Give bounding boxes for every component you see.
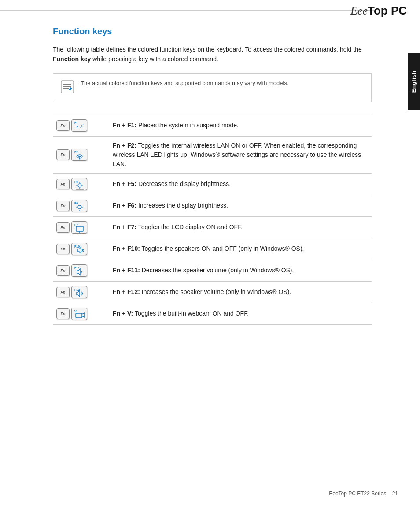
key-group: FnF5 — [56, 178, 102, 190]
key-description: Increases the display brightness. [136, 202, 228, 209]
svg-rect-0 [61, 81, 74, 93]
table-row: FnF10 Fn + F10: Toggles the speakers ON … [53, 238, 372, 260]
table-row: FnV Fn + V: Toggles the built-in webcam … [53, 303, 372, 324]
key-shortcut-label: Fn + F10: [113, 245, 140, 252]
intro-paragraph: The following table defines the colored … [53, 45, 372, 64]
intro-text-part2: while pressing a key with a colored comm… [91, 56, 218, 63]
key-cell: FnF1z𝉀 z z [53, 115, 106, 136]
key-group: FnF12 [56, 286, 102, 298]
description-cell: Fn + F2: Toggles the internal wireless L… [106, 136, 372, 173]
svg-text:z: z [83, 123, 84, 126]
table-row: FnF2 Fn + F2: Toggles the internal wirel… [53, 136, 372, 173]
note-box: The actual colored function keys and sup… [53, 73, 372, 102]
description-cell: Fn + V: Toggles the built-in webcam ON a… [106, 303, 372, 324]
table-row: FnF6 Fn + F6: Increases the display brig… [53, 195, 372, 216]
key-icon-svg [72, 243, 87, 255]
key-description: Increases the speaker volume (only in Wi… [140, 288, 291, 295]
fx-key: F2 [71, 149, 87, 161]
language-label: English [411, 71, 417, 93]
svg-text:—: — [77, 189, 80, 190]
key-description: Decreases the display brightness. [136, 180, 231, 187]
fn-key: Fn [56, 179, 70, 189]
key-icon-svg [72, 286, 87, 298]
fx-key: F11 [71, 264, 87, 277]
key-group: FnV [56, 308, 102, 320]
intro-text-bold: Function key [53, 56, 91, 63]
fn-key: Fn [56, 265, 70, 276]
key-icon-svg: — [72, 178, 87, 190]
key-icon-svg [72, 222, 87, 234]
section-title: Function keys [53, 26, 372, 37]
fn-key: Fn [56, 308, 70, 319]
table-row: FnF7 Fn + F7: Toggles the LCD display ON… [53, 216, 372, 238]
key-cell: FnF7 [53, 216, 106, 238]
page-number: 21 [392, 490, 398, 497]
key-icon-svg [72, 200, 87, 212]
key-cell: FnF12 [53, 281, 106, 303]
table-row: FnF1z𝉀 z zFn + F1: Places the system in … [53, 115, 372, 136]
key-description: Toggles the internal wireless LAN ON or … [113, 142, 361, 167]
key-shortcut-label: Fn + V: [113, 310, 133, 317]
fx-key: F5 — [71, 178, 87, 190]
description-cell: Fn + F11: Decreases the speaker volume (… [106, 260, 372, 281]
logo: EeeTop PC [350, 4, 407, 18]
key-shortcut-label: Fn + F5: [113, 180, 136, 187]
note-text: The actual colored function keys and sup… [81, 79, 289, 88]
key-description: Decreases the speaker volume (only in Wi… [140, 267, 294, 274]
product-name: EeeTop PC ET22 Series [329, 490, 386, 497]
key-shortcut-label: Fn + F7: [113, 223, 136, 230]
fx-key: F1z𝉀 z z [71, 119, 87, 132]
fn-key: Fn [56, 287, 70, 297]
top-decorative-line [0, 10, 376, 11]
description-cell: Fn + F1: Places the system in suspend mo… [106, 115, 372, 136]
svg-point-8 [79, 158, 81, 160]
fx-key: F7 [71, 221, 87, 234]
description-cell: Fn + F10: Toggles the speakers ON and OF… [106, 238, 372, 260]
key-shortcut-label: Fn + F11: [113, 267, 140, 274]
fx-key: F6 [71, 200, 87, 212]
key-icon-svg: z𝉀 z z [72, 120, 87, 132]
description-cell: Fn + F7: Toggles the LCD display ON and … [106, 216, 372, 238]
table-row: FnF5 —Fn + F5: Decreases the display bri… [53, 173, 372, 195]
svg-text:z: z [81, 123, 82, 127]
fx-key: V [71, 308, 87, 320]
key-description: Toggles the built-in webcam ON and OFF. [133, 310, 249, 317]
fx-key: F12 [71, 286, 87, 298]
description-cell: Fn + F5: Decreases the display brightnes… [106, 173, 372, 195]
table-row: FnF12 Fn + F12: Increases the speaker vo… [53, 281, 372, 303]
description-cell: Fn + F6: Increases the display brightnes… [106, 195, 372, 216]
table-row: FnF11 Fn + F11: Decreases the speaker vo… [53, 260, 372, 281]
fn-key: Fn [56, 201, 70, 211]
key-description: Places the system in suspend mode. [136, 122, 239, 129]
function-key-table: FnF1z𝉀 z zFn + F1: Places the system in … [53, 115, 372, 325]
fn-key: Fn [56, 120, 70, 131]
key-icon-svg [72, 308, 87, 320]
key-icon-svg [72, 265, 87, 277]
key-cell: FnF10 [53, 238, 106, 260]
key-shortcut-label: Fn + F12: [113, 288, 140, 295]
svg-rect-27 [76, 313, 82, 318]
key-description: Toggles the LCD display ON and OFF. [136, 223, 243, 230]
svg-point-9 [78, 184, 81, 187]
key-description: Toggles the speakers ON and OFF (only in… [140, 245, 304, 252]
key-cell: FnF2 [53, 136, 106, 173]
key-shortcut-label: Fn + F1: [113, 122, 136, 129]
key-cell: FnF11 [53, 260, 106, 281]
key-group: FnF10 [56, 243, 102, 255]
key-group: FnF6 [56, 200, 102, 212]
fx-key: F10 [71, 243, 87, 255]
key-cell: FnF6 [53, 195, 106, 216]
fn-key: Fn [56, 149, 70, 160]
key-icon-svg [72, 149, 87, 161]
key-group: FnF1z𝉀 z z [56, 119, 102, 132]
key-cell: FnF5 — [53, 173, 106, 195]
key-shortcut-label: Fn + F6: [113, 202, 136, 209]
main-content: Function keys The following table define… [0, 0, 407, 351]
key-cell: FnV [53, 303, 106, 324]
language-tab: English [408, 53, 420, 110]
description-cell: Fn + F12: Increases the speaker volume (… [106, 281, 372, 303]
key-shortcut-label: Fn + F2: [113, 142, 136, 149]
note-icon [60, 80, 74, 97]
fn-key: Fn [56, 222, 70, 233]
key-group: FnF7 [56, 221, 102, 234]
